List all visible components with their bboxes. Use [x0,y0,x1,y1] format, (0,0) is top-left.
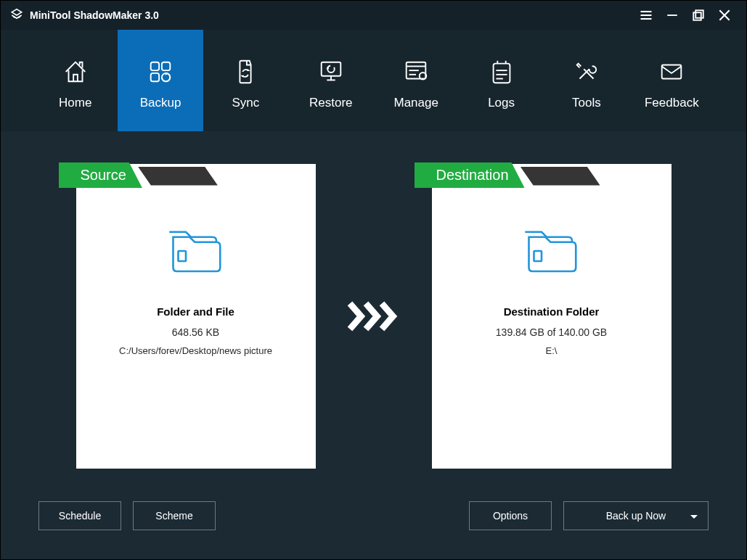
nav-logs[interactable]: Logs [459,30,544,131]
sync-icon [232,58,259,86]
svg-rect-5 [693,12,701,20]
home-icon [62,58,89,86]
folder-icon [163,226,229,276]
destination-card[interactable]: Destination Destination Folder 139.84 GB… [432,164,672,469]
source-card[interactable]: Source Folder and File 648.56 KB C:/User… [76,164,316,469]
nav-sync[interactable]: Sync [203,30,288,131]
chevron-down-icon [690,510,698,522]
source-title: Folder and File [157,305,234,318]
backup-icon [147,58,174,86]
menu-button[interactable] [633,1,659,30]
svg-rect-4 [695,10,703,18]
titlebar: MiniTool ShadowMaker 3.0 [1,1,746,30]
nav-home[interactable]: Home [33,30,118,131]
minimize-button[interactable] [659,1,685,30]
options-button[interactable]: Options [469,501,552,530]
svg-rect-31 [662,65,682,79]
svg-rect-25 [493,64,510,83]
footer: Schedule Scheme Options Back up Now [1,501,746,559]
svg-rect-33 [534,251,542,261]
app-window: MiniTool ShadowMaker 3.0 Home Backup [1,1,746,559]
svg-rect-8 [151,62,159,70]
app-logo-icon [9,8,24,22]
tools-icon [573,58,600,86]
svg-rect-9 [162,62,170,70]
nav-feedback[interactable]: Feedback [629,30,714,131]
nav-backup[interactable]: Backup [118,30,203,131]
svg-point-18 [327,65,335,73]
svg-rect-32 [178,251,186,261]
nav-manage[interactable]: Manage [374,30,459,131]
restore-icon [317,58,345,86]
feedback-icon [658,58,685,86]
destination-size: 139.84 GB of 140.00 GB [496,326,607,338]
close-button[interactable] [711,1,738,30]
navbar: Home Backup Sync Restore Manage [1,30,746,131]
backup-content: Source Folder and File 648.56 KB C:/User… [1,131,746,501]
folder-icon [519,226,584,276]
destination-header: Destination [415,162,600,188]
manage-icon [402,58,430,86]
destination-path: E:\ [537,345,566,356]
arrows-icon [346,300,401,332]
nav-tools[interactable]: Tools [544,30,629,131]
svg-rect-10 [151,73,159,81]
backup-now-button[interactable]: Back up Now [563,501,709,530]
logs-icon [488,58,515,86]
source-size: 648.56 KB [172,326,219,338]
app-title: MiniTool ShadowMaker 3.0 [30,9,159,21]
source-path: C:/Users/forev/Desktop/news picture [110,345,281,356]
nav-restore[interactable]: Restore [288,30,373,131]
scheme-button[interactable]: Scheme [133,501,216,530]
schedule-button[interactable]: Schedule [38,501,121,530]
maximize-button[interactable] [685,1,711,30]
destination-title: Destination Folder [504,305,600,318]
source-header: Source [59,162,218,188]
svg-rect-15 [322,62,341,76]
